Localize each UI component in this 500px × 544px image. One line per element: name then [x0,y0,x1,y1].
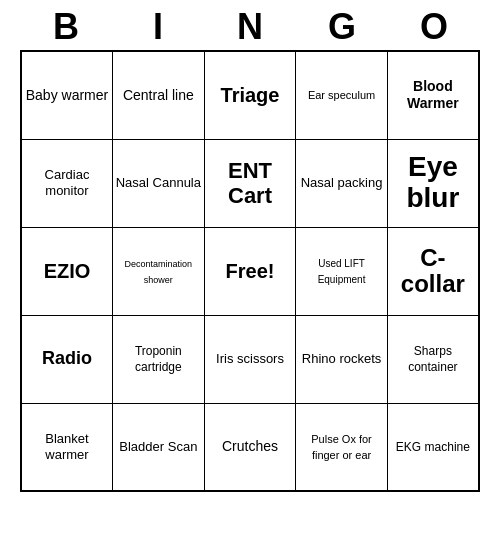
cell-2-0[interactable]: EZIO [21,227,112,315]
cell-1-2[interactable]: ENT Cart [204,139,296,227]
cell-4-2[interactable]: Crutches [204,403,296,491]
cell-0-0[interactable]: Baby warmer [21,51,112,139]
cell-2-1[interactable]: Decontamination shower [112,227,204,315]
cell-3-0[interactable]: Radio [21,315,112,403]
cell-0-4[interactable]: Blood Warmer [387,51,479,139]
cell-3-2[interactable]: Iris scissors [204,315,296,403]
cell-4-0[interactable]: Blanket warmer [21,403,112,491]
cell-1-1[interactable]: Nasal Cannula [112,139,204,227]
cell-0-2[interactable]: Triage [204,51,296,139]
letter-n: N [204,6,296,48]
letter-i: I [112,6,204,48]
cell-1-0[interactable]: Cardiac monitor [21,139,112,227]
bingo-header: B I N G O [20,0,480,50]
cell-4-1[interactable]: Bladder Scan [112,403,204,491]
letter-g: G [296,6,388,48]
cell-0-1[interactable]: Central line [112,51,204,139]
cell-2-3[interactable]: Used LIFT Equipment [296,227,387,315]
cell-4-4[interactable]: EKG machine [387,403,479,491]
cell-1-4[interactable]: Eye blur [387,139,479,227]
cell-2-4[interactable]: C-collar [387,227,479,315]
bingo-grid: Baby warmer Central line Triage Ear spec… [20,50,480,492]
cell-3-3[interactable]: Rhino rockets [296,315,387,403]
cell-3-1[interactable]: Troponin cartridge [112,315,204,403]
cell-0-3[interactable]: Ear speculum [296,51,387,139]
cell-1-3[interactable]: Nasal packing [296,139,387,227]
letter-b: B [20,6,112,48]
cell-4-3[interactable]: Pulse Ox for finger or ear [296,403,387,491]
letter-o: O [388,6,480,48]
cell-3-4[interactable]: Sharps container [387,315,479,403]
cell-2-2[interactable]: Free! [204,227,296,315]
